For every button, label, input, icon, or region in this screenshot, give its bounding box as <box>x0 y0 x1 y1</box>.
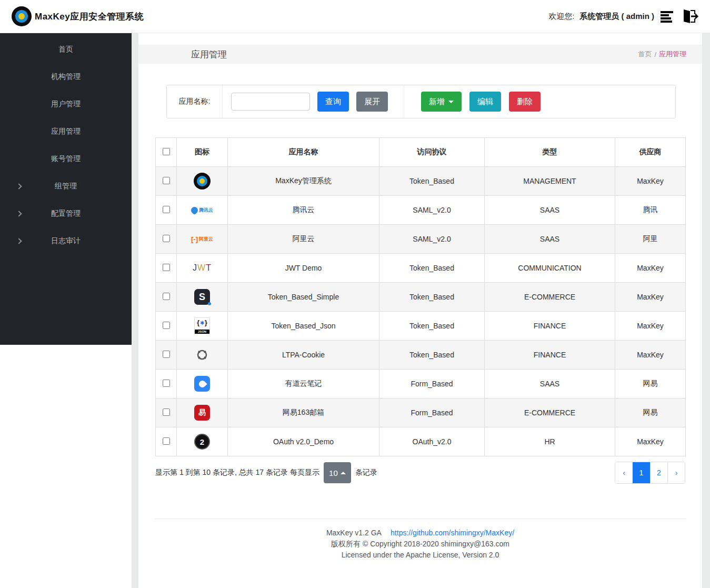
alibaba-text: 阿里云 <box>199 236 213 243</box>
app-name-cell: LTPA-Cookie <box>228 341 379 370</box>
sidebar-item-5[interactable]: 组管理 <box>0 173 132 200</box>
vendor-cell: 腾讯 <box>615 196 686 225</box>
chevron-right-icon <box>16 238 22 244</box>
next-page-button[interactable]: › <box>667 462 685 483</box>
row-icon-cell: 腾讯云 <box>177 196 228 225</box>
table-row: [-]阿里云阿里云SAML_v2.0SAAS阿里 <box>156 225 686 254</box>
row-select-cell <box>156 398 177 427</box>
row-checkbox[interactable] <box>163 235 170 242</box>
vendor-cell: MaxKey <box>615 254 686 283</box>
page-button-2[interactable]: 2 <box>650 462 667 483</box>
table-row: 有道云笔记Form_BasedSAAS网易 <box>156 370 686 398</box>
netease-163-icon: 易 <box>177 405 227 421</box>
tencent-text: 腾讯云 <box>199 207 213 214</box>
type-cell: SAAS <box>485 225 615 254</box>
page-button-1[interactable]: 1 <box>633 462 650 483</box>
records-info-text: 显示第 1 到第 10 条记录, 总共 17 条记录 每页显示 <box>155 468 319 477</box>
netease-163-icon: 易 <box>194 405 210 421</box>
chevron-right-icon <box>16 211 22 216</box>
row-icon-cell: S <box>177 283 228 312</box>
vendor-cell: MaxKey <box>615 167 686 196</box>
prev-page-button[interactable]: ‹ <box>615 462 633 483</box>
sidebar-item-label: 机构管理 <box>51 72 81 82</box>
row-select-cell <box>156 341 177 370</box>
column-header-vendor: 供应商 <box>615 138 686 167</box>
tencent-cloud-icon: 腾讯云 <box>177 207 227 214</box>
protocol-cell: Form_Based <box>379 398 485 427</box>
expand-button[interactable]: 展开 <box>356 92 388 112</box>
app-name-input[interactable] <box>231 93 310 111</box>
oauth2-icon: 2 <box>194 434 210 450</box>
main-content: 应用管理 首页 / 应用管理 应用名称: 查询 展开 新增 编辑 <box>138 33 702 588</box>
query-button[interactable]: 查询 <box>317 92 349 112</box>
sidebar-menu: 首页机构管理用户管理应用管理账号管理组管理配置管理日志审计 <box>0 33 132 345</box>
sidebar-item-4[interactable]: 账号管理 <box>0 145 132 173</box>
sidebar-item-label: 应用管理 <box>51 127 81 136</box>
filter-toolbar: 应用名称: 查询 展开 新增 编辑 删除 <box>166 85 676 118</box>
app-name-label: 应用名称: <box>167 85 223 118</box>
row-checkbox[interactable] <box>163 322 170 329</box>
page-size-dropdown[interactable]: 10 <box>324 462 351 483</box>
sidebar-item-3[interactable]: 应用管理 <box>0 118 132 145</box>
row-select-cell <box>156 283 177 312</box>
type-cell: E-COMMERCE <box>485 283 615 312</box>
vendor-cell: MaxKey <box>615 283 686 312</box>
filter-main: 查询 展开 <box>223 85 388 118</box>
footer-license: Licensed under the Apache License, Versi… <box>154 550 686 561</box>
page-size-value: 10 <box>329 469 338 477</box>
current-user-label: 系统管理员 ( admin ) <box>579 12 654 22</box>
right-gutter <box>702 33 710 588</box>
row-select-cell <box>156 254 177 283</box>
row-icon-cell: [-]阿里云 <box>177 225 228 254</box>
add-button-label: 新增 <box>429 97 445 107</box>
row-icon-cell <box>177 341 228 370</box>
sidebar-item-0[interactable]: 首页 <box>0 36 132 63</box>
row-icon-cell <box>177 370 228 398</box>
row-checkbox[interactable] <box>163 351 170 358</box>
row-checkbox[interactable] <box>163 380 170 387</box>
sidebar-item-label: 账号管理 <box>51 154 81 164</box>
logout-icon[interactable] <box>681 7 698 25</box>
jwt-logo-icon: JWT <box>193 263 212 273</box>
breadcrumb: 首页 / 应用管理 <box>638 49 702 59</box>
protocol-cell: Token_Based <box>379 167 485 196</box>
sidebar-item-1[interactable]: 机构管理 <box>0 63 132 91</box>
row-checkbox[interactable] <box>163 437 170 445</box>
table-row: JWTJWT DemoToken_BasedCOMMUNICATIONMaxKe… <box>156 254 686 283</box>
filter-actions: 新增 编辑 删除 <box>404 85 541 118</box>
vendor-cell: 网易 <box>615 398 686 427</box>
protocol-cell: Token_Based <box>379 283 485 312</box>
vendor-cell: 网易 <box>615 370 686 398</box>
protocol-cell: SAML_v2.0 <box>379 225 485 254</box>
row-icon-cell: {∗}JSON <box>177 312 228 341</box>
table-row: LTPA-CookieToken_BasedFINANCEMaxKey <box>156 341 686 370</box>
page-title: 应用管理 <box>138 48 227 61</box>
delete-button[interactable]: 删除 <box>509 92 541 112</box>
left-gutter <box>132 33 138 588</box>
add-button[interactable]: 新增 <box>421 92 462 112</box>
sidebar-item-7[interactable]: 日志审计 <box>0 227 132 255</box>
app-name-cell: 有道云笔记 <box>228 370 379 398</box>
type-cell: SAAS <box>485 196 615 225</box>
edit-button[interactable]: 编辑 <box>469 92 501 112</box>
select-all-checkbox[interactable] <box>163 148 170 155</box>
footer-github-link[interactable]: https://github.com/shimingxy/MaxKey/ <box>391 529 514 537</box>
sidebar-item-6[interactable]: 配置管理 <box>0 200 132 227</box>
type-cell: E-COMMERCE <box>485 398 615 427</box>
tencent-cloud-icon: 腾讯云 <box>191 207 213 214</box>
row-checkbox[interactable] <box>163 177 170 184</box>
vendor-cell: MaxKey <box>615 312 686 341</box>
sidebar-item-2[interactable]: 用户管理 <box>0 91 132 118</box>
breadcrumb-home-link[interactable]: 首页 <box>638 49 652 59</box>
protocol-cell: Token_Based <box>379 341 485 370</box>
row-checkbox[interactable] <box>163 206 170 213</box>
menu-list-icon[interactable] <box>659 8 675 24</box>
row-checkbox[interactable] <box>163 408 170 416</box>
row-select-cell <box>156 427 177 456</box>
oauth2-icon: 2 <box>177 434 227 450</box>
protocol-cell: OAuth_v2.0 <box>379 427 485 456</box>
s-letter-icon: S <box>194 289 210 305</box>
row-checkbox[interactable] <box>163 293 170 300</box>
row-checkbox[interactable] <box>163 264 170 271</box>
app-name-cell: 阿里云 <box>228 225 379 254</box>
